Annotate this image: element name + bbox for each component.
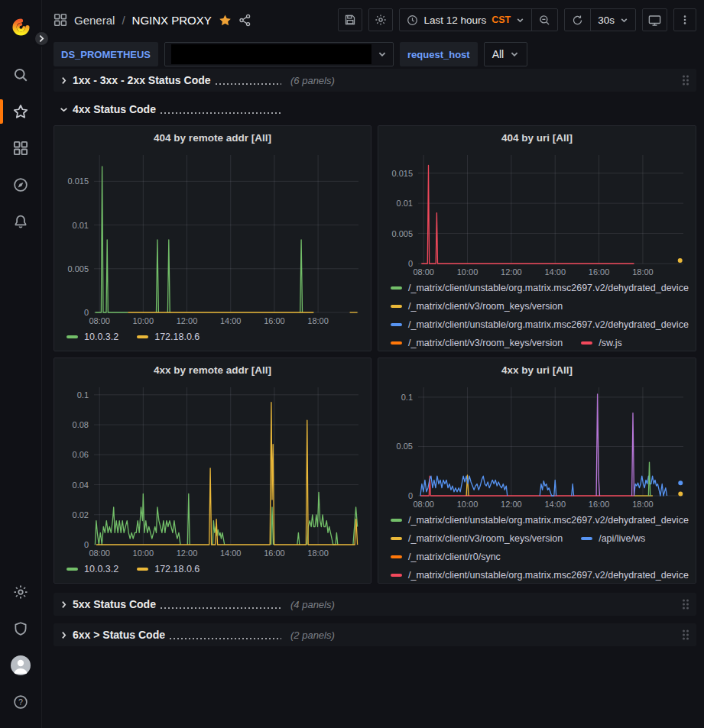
legend-label: 172.18.0.6 <box>154 332 200 342</box>
breadcrumb-folder[interactable]: General <box>74 14 115 27</box>
save-dashboard-button[interactable] <box>338 8 362 31</box>
row-panel-count: (4 panels) <box>290 599 335 610</box>
svg-text:14:00: 14:00 <box>544 500 566 509</box>
favorite-star-icon[interactable] <box>219 14 232 27</box>
legend-item[interactable]: /sw.js <box>581 338 622 348</box>
legend-item[interactable]: /_matrix/client/unstable/org.matrix.msc2… <box>391 283 689 293</box>
share-icon[interactable] <box>238 14 251 27</box>
timeseries-chart[interactable]: 08:0010:0012:0014:0016:0018:0000.0050.01… <box>384 149 691 279</box>
row-drag-handle[interactable] <box>683 76 689 86</box>
tv-icon <box>648 14 661 27</box>
refresh-button[interactable] <box>565 9 590 31</box>
search-icon[interactable] <box>0 57 42 93</box>
svg-text:0.005: 0.005 <box>391 229 413 238</box>
svg-text:0: 0 <box>84 308 89 317</box>
timeseries-chart[interactable]: 08:0010:0012:0014:0016:0018:0000.020.040… <box>60 381 366 560</box>
breadcrumb: General / NGINX PROXY <box>54 13 251 27</box>
alerting-bell-icon[interactable] <box>0 203 42 240</box>
settings-gear-icon[interactable] <box>0 574 42 610</box>
legend-item[interactable]: 10.0.3.2 <box>67 564 118 574</box>
explore-compass-icon[interactable] <box>0 167 42 203</box>
variable-value-ds-prometheus[interactable] <box>164 42 394 66</box>
legend-item[interactable]: /_matrix/client/v3/room_keys/version <box>391 533 563 544</box>
chevron-down-icon <box>60 105 68 114</box>
dashboard-settings-button[interactable] <box>368 8 393 31</box>
main-content: General / NGINX PROXY <box>42 0 704 728</box>
panel-4xx-by-uri: 4xx by uri [All] 08:0010:0012:0014:0016:… <box>378 358 696 584</box>
legend-item[interactable]: 172.18.0.6 <box>137 564 200 574</box>
row-panel-count: (6 panels) <box>290 75 335 86</box>
svg-text:0.01: 0.01 <box>73 221 89 230</box>
row-header-6xx[interactable]: 6xx > Status Code (2 panels) <box>54 623 696 646</box>
legend-item[interactable]: /_matrix/client/unstable/org.matrix.msc2… <box>391 515 689 526</box>
variables-submenu: DS_PROMETHEUS request_host All <box>54 40 696 69</box>
row-drag-handle[interactable] <box>683 600 689 610</box>
row-header-5xx[interactable]: 5xx Status Code (4 panels) <box>54 593 696 616</box>
panel-legend: /_matrix/client/unstable/org.matrix.msc2… <box>384 279 689 351</box>
variable-value-request-host[interactable]: All <box>484 42 528 66</box>
legend-label: /_matrix/client/v3/room_keys/version <box>408 301 563 312</box>
dashboard-header: General / NGINX PROXY <box>54 0 696 40</box>
chevron-right-icon <box>60 631 68 639</box>
legend-swatch <box>391 286 402 290</box>
redacted-value <box>171 44 371 64</box>
sidebar-expand-button[interactable] <box>34 31 50 47</box>
svg-text:18:00: 18:00 <box>307 316 329 325</box>
dashboards-icon[interactable] <box>0 130 42 167</box>
svg-text:12:00: 12:00 <box>501 500 522 509</box>
svg-text:18:00: 18:00 <box>632 267 654 277</box>
legend-item[interactable]: /_matrix/client/unstable/org.matrix.msc2… <box>391 319 689 330</box>
leader-dots <box>170 638 281 639</box>
svg-text:10:00: 10:00 <box>457 267 479 277</box>
variable-label-ds-prometheus: DS_PROMETHEUS <box>54 42 158 66</box>
svg-text:0.02: 0.02 <box>73 510 89 519</box>
legend-swatch <box>581 537 592 540</box>
legend-label: /_matrix/client/unstable/org.matrix.msc2… <box>408 283 689 293</box>
legend-label: /_matrix/client/r0/sync <box>408 552 501 562</box>
panel-title[interactable]: 4xx by remote addr [All] <box>60 358 365 381</box>
panel-title[interactable]: 4xx by uri [All] <box>384 358 689 381</box>
svg-text:0.05: 0.05 <box>397 442 413 451</box>
breadcrumb-dashboard-title[interactable]: NGINX PROXY <box>132 14 212 27</box>
timeseries-chart[interactable]: 08:0010:0012:0014:0016:0018:0000.0050.01… <box>60 149 366 328</box>
legend-item[interactable]: /_matrix/client/unstable/org.matrix.msc2… <box>391 570 689 581</box>
starred-icon[interactable] <box>0 93 42 130</box>
user-avatar[interactable] <box>0 647 42 684</box>
refresh-interval-picker[interactable]: 30s <box>591 9 635 31</box>
panel-404-by-remote-addr: 404 by remote addr [All] 08:0010:0012:00… <box>54 125 371 351</box>
svg-text:0: 0 <box>408 491 413 500</box>
cycle-view-button[interactable] <box>642 8 667 31</box>
legend-item[interactable]: 10.0.3.2 <box>67 332 118 342</box>
timeseries-chart[interactable]: 08:0010:0012:0014:0016:0018:0000.050.1 <box>384 381 691 511</box>
legend-item[interactable]: /api/live/ws <box>581 533 645 544</box>
zoom-out-button[interactable] <box>532 9 557 31</box>
svg-text:0.08: 0.08 <box>73 420 89 429</box>
legend-item[interactable]: /_matrix/client/v3/room_keys/version <box>391 301 563 312</box>
svg-text:10:00: 10:00 <box>133 316 154 325</box>
sidebar: ? <box>0 0 42 728</box>
toolbar: Last 12 hours CST <box>338 8 696 31</box>
legend-item[interactable]: /_matrix/client/v3/room_keys/version <box>391 338 563 348</box>
legend-item[interactable]: 172.18.0.6 <box>137 332 200 342</box>
admin-shield-icon[interactable] <box>0 610 42 647</box>
svg-text:0.01: 0.01 <box>397 199 413 208</box>
help-icon[interactable]: ? <box>0 684 42 720</box>
time-range-label: Last 12 hours <box>423 15 486 26</box>
refresh-interval-label: 30s <box>598 15 615 26</box>
row-drag-handle[interactable] <box>683 630 689 640</box>
row-header-1xx[interactable]: 1xx - 3xx - 2xx Status Code (6 panels) <box>54 69 696 92</box>
legend-label: /api/live/ws <box>599 533 645 544</box>
chevron-down-icon <box>378 50 387 59</box>
legend-item[interactable]: /_matrix/client/r0/sync <box>391 552 501 562</box>
panel-title[interactable]: 404 by remote addr [All] <box>60 126 365 149</box>
more-options-button[interactable] <box>673 8 696 31</box>
time-range-picker[interactable]: Last 12 hours CST <box>400 9 531 31</box>
row-header-4xx[interactable]: 4xx Status Code <box>54 99 696 119</box>
svg-text:08:00: 08:00 <box>89 548 110 558</box>
svg-text:0: 0 <box>84 540 89 549</box>
svg-text:14:00: 14:00 <box>544 267 566 277</box>
chevron-down-icon <box>620 16 628 24</box>
panel-title[interactable]: 404 by uri [All] <box>384 126 689 149</box>
row-title: 5xx Status Code <box>73 598 156 610</box>
svg-text:08:00: 08:00 <box>413 500 434 509</box>
